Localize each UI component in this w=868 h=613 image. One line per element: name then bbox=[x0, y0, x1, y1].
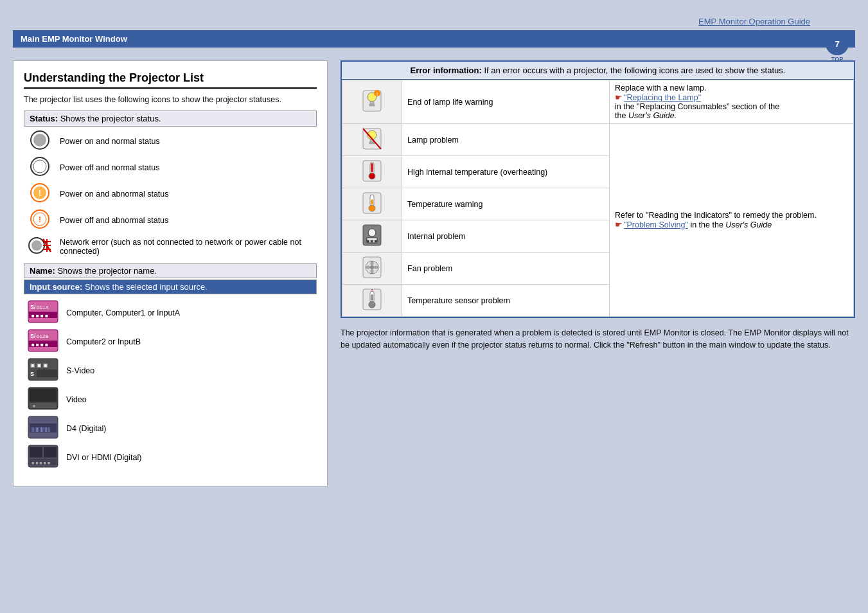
error-info-rest: If an error occurs with a projector, the… bbox=[484, 66, 785, 75]
bottom-text: The projector information that is genera… bbox=[341, 327, 855, 351]
input-box: Input source: Shows the selected input s… bbox=[24, 280, 317, 294]
status-icon-table: Power on and normal status Power off and… bbox=[24, 128, 317, 260]
svg-rect-36 bbox=[30, 389, 57, 402]
svg-rect-50 bbox=[369, 104, 375, 106]
svg-rect-49 bbox=[370, 102, 374, 104]
status-item-label: Power off and normal status bbox=[56, 154, 317, 181]
svg-text:S/: S/ bbox=[30, 304, 36, 310]
error-info-box: Error information: If an error occurs wi… bbox=[341, 60, 855, 318]
svg-text:■ ■ ■ ■: ■ ■ ■ ■ bbox=[31, 313, 48, 319]
page-number-icon: 7 bbox=[826, 32, 849, 55]
table-row: ! End of lamp life warning Replace with … bbox=[342, 80, 854, 124]
svg-text:▣▣▣: ▣▣▣ bbox=[366, 239, 378, 243]
svg-rect-76 bbox=[371, 294, 373, 301]
svg-point-13 bbox=[31, 240, 42, 251]
svg-point-5 bbox=[33, 160, 46, 173]
error-name-cell: Temperature warning bbox=[402, 188, 610, 220]
table-row: S/ 012 B ■ ■ ■ ■ Computer2 or InputB bbox=[24, 327, 317, 356]
error-table-header: Error information: If an error occurs wi… bbox=[342, 62, 854, 80]
error-icon-cell bbox=[342, 124, 402, 156]
svg-text:S: S bbox=[30, 371, 34, 377]
icon-cell bbox=[24, 233, 56, 260]
svg-text:011: 011 bbox=[37, 305, 46, 310]
refer-text: Refer to "Reading the Indicators" to rem… bbox=[615, 211, 817, 220]
table-row: |||||||||||||| D4 (Digital) bbox=[24, 414, 317, 443]
svg-rect-44 bbox=[44, 447, 57, 458]
table-row: ▣ ▣ ▣ S S-Video bbox=[24, 356, 317, 385]
status-item-label: Power on and normal status bbox=[56, 128, 317, 154]
svg-text:||||||||||||||: |||||||||||||| bbox=[31, 426, 50, 432]
status-item-label: Network error (such as not connected to … bbox=[56, 233, 317, 260]
users-guide-italic: User's Guide. bbox=[628, 111, 677, 120]
status-box: Status: Shows the projector status. bbox=[24, 111, 317, 127]
icon-cell bbox=[24, 154, 56, 181]
status-desc: Shows the projector status. bbox=[60, 114, 161, 123]
left-panel: Understanding the Projector List The pro… bbox=[13, 60, 328, 486]
table-row: Video bbox=[24, 385, 317, 414]
table-row: ! Power off and abnormal status bbox=[24, 207, 317, 233]
content-area: Understanding the Projector List The pro… bbox=[13, 60, 855, 486]
svg-rect-43 bbox=[30, 447, 42, 458]
error-info-bold: Error information: bbox=[411, 66, 482, 75]
input-label: Input source: bbox=[30, 282, 82, 292]
section-title: Understanding the Projector List bbox=[24, 71, 317, 89]
icon-cell: ! bbox=[24, 207, 56, 233]
svg-text:!: ! bbox=[39, 215, 41, 224]
error-icon-cell: ! bbox=[342, 80, 402, 124]
error-action-cell: Replace with a new lamp. ☛"Replacing the… bbox=[610, 80, 854, 124]
replace-lamp-text: Replace with a new lamp. bbox=[615, 84, 706, 93]
page-num-label: TOP bbox=[831, 56, 843, 62]
error-name-cell: Temperature sensor problem bbox=[402, 285, 610, 317]
svg-point-61 bbox=[369, 173, 375, 179]
page-wrapper: EMP Monitor Operation Guide 7 TOP Main E… bbox=[13, 13, 855, 486]
intro-text: The projector list uses the following ic… bbox=[24, 95, 317, 104]
svg-text:7: 7 bbox=[835, 39, 839, 49]
status-item-label: Power on and abnormal status bbox=[56, 181, 317, 207]
name-desc: Shows the projector name. bbox=[57, 266, 157, 276]
replacing-lamp-link[interactable]: "Replacing the Lamp" bbox=[624, 93, 701, 102]
error-icon-cell: ? bbox=[342, 285, 402, 317]
right-panel: Error information: If an error occurs wi… bbox=[341, 60, 855, 486]
svg-point-3 bbox=[33, 134, 46, 147]
table-row: Power on and normal status bbox=[24, 128, 317, 154]
svg-text:!: ! bbox=[39, 189, 41, 198]
svg-rect-34 bbox=[37, 369, 57, 377]
input-item-label: Computer2 or InputB bbox=[62, 327, 317, 356]
input-item-label: Computer, Computer1 or InputA bbox=[62, 298, 317, 327]
error-icon-cell bbox=[342, 253, 402, 285]
error-icon-cell: ▲ bbox=[342, 156, 402, 188]
error-table: ! End of lamp life warning Replace with … bbox=[342, 80, 854, 317]
svg-point-73 bbox=[370, 265, 374, 269]
shared-action-cell: Refer to "Reading the Indicators" to rem… bbox=[610, 124, 854, 317]
icon-cell: ■ ■ ■ ■ ■ bbox=[24, 443, 62, 472]
input-item-label: DVI or HDMI (Digital) bbox=[62, 443, 317, 472]
svg-point-66 bbox=[369, 205, 375, 211]
svg-point-38 bbox=[33, 405, 35, 407]
header-bar: Main EMP Monitor Window bbox=[13, 30, 855, 48]
table-row: Network error (such as not connected to … bbox=[24, 233, 317, 260]
table-row: Power off and normal status bbox=[24, 154, 317, 181]
svg-rect-56 bbox=[369, 142, 375, 144]
svg-text:S/: S/ bbox=[30, 333, 36, 339]
svg-text:012: 012 bbox=[37, 333, 46, 339]
icon-cell bbox=[24, 128, 56, 154]
svg-rect-65 bbox=[371, 199, 373, 204]
in-replacing-text: in the "Replacing Consumables" section o… bbox=[615, 102, 779, 111]
in-text: in the bbox=[690, 220, 712, 229]
icon-cell: S/ 012 B ■ ■ ■ ■ bbox=[24, 327, 62, 356]
status-item-label: Power off and abnormal status bbox=[56, 207, 317, 233]
svg-point-77 bbox=[369, 301, 375, 308]
users-guide-italic2: User's Guide bbox=[725, 220, 772, 229]
status-label: Status: bbox=[30, 114, 58, 123]
name-box: Name: Shows the projector name. bbox=[24, 263, 317, 278]
error-icon-cell bbox=[342, 188, 402, 220]
input-icon-table: S/ 011 A ■ ■ ■ ■ Computer, Computer1 or … bbox=[24, 298, 317, 472]
table-row: S/ 011 A ■ ■ ■ ■ Computer, Computer1 or … bbox=[24, 298, 317, 327]
icon-cell: |||||||||||||| bbox=[24, 414, 62, 443]
page-number-box: 7 TOP bbox=[826, 32, 849, 62]
header-title: Main EMP Monitor Window bbox=[21, 34, 127, 44]
problem-solving-link[interactable]: "Problem Solving" bbox=[624, 220, 688, 229]
svg-text:▣ ▣ ▣: ▣ ▣ ▣ bbox=[30, 362, 48, 368]
input-item-label: S-Video bbox=[62, 356, 317, 385]
table-row: ! Power on and abnormal status bbox=[24, 181, 317, 207]
